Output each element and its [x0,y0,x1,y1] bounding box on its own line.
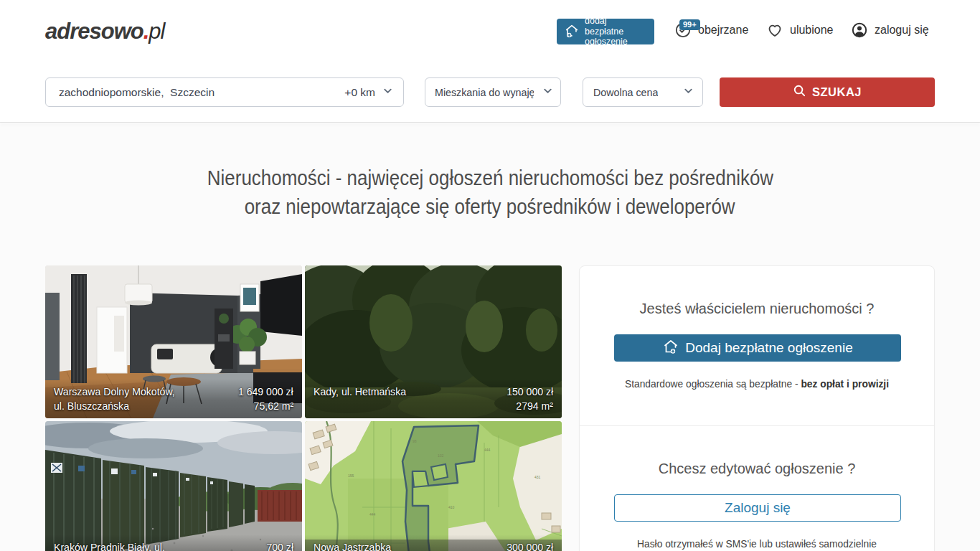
magnifier-icon [793,84,806,100]
listing-street: ul. Bluszczańska [54,399,129,413]
svg-text:102: 102 [438,453,444,458]
listing-photo-map: 444431 444155 102410 20398 [305,421,562,551]
listing-area: 2794 m² [516,399,553,413]
add-listing-label: dodaj bezpłatne ogłoszenie [585,16,647,47]
header: adresowo.pl dodaj bezpłatne ogłoszenie 9… [0,0,980,122]
listing-caption: Warszawa Dolny Mokotów, 1 649 000 zł ul.… [45,379,302,418]
edit-heading: Chcesz edytować ogłoszenie ? [614,461,900,477]
house-plus-icon [662,338,679,359]
house-plus-icon [564,23,580,41]
listing-location: Warszawa Dolny Mokotów, [54,385,175,399]
location-input[interactable]: zachodniopomorskie, Szczecin +0 km [45,77,404,107]
listing-caption: Kraków Prądnik Biały, ul. 700 zł [45,534,302,551]
listing-location: Nowa Jastrząbka [314,540,391,551]
logo-tld: pl [149,19,164,44]
listing-price: 300 000 zł [507,540,553,551]
svg-text:98: 98 [413,439,417,443]
sidebar-add-listing-label: Dodaj bezpłatne ogłoszenie [685,340,852,356]
listing-area: 75,62 m² [253,399,293,413]
viewed-label: obejrzane [698,24,748,37]
category-value: Mieszkania do wynajęc [435,86,534,99]
logo-brand: adresowo [45,19,143,44]
listing-caption: Nowa Jastrząbka 300 000 zł [305,534,562,551]
listing-caption: Kady, ul. Hetmańska 150 000 zł 2794 m² [305,379,562,418]
owner-panel: Jesteś właścicielem nieruchomości ? Doda… [579,265,935,551]
edit-note: Hasło otrzymałeś w SMS'ie lub ustawiłeś … [614,539,900,551]
chevron-down-icon [542,85,553,99]
header-divider [0,122,980,123]
sidebar-add-listing-button[interactable]: Dodaj bezpłatne ogłoszenie [614,334,901,362]
user-circle-icon [851,22,868,39]
listing-price: 700 zł [266,540,293,551]
listing-card[interactable]: Warszawa Dolny Mokotów, 1 649 000 zł ul.… [45,265,302,418]
radius-dropdown[interactable]: +0 km [344,85,393,99]
location-value: zachodniopomorskie, Szczecin [59,86,344,99]
svg-text:155: 155 [348,474,354,478]
listing-price: 150 000 zł [507,385,553,399]
svg-text:444: 444 [369,512,376,517]
page-title: Nieruchomości - najwięcej ogłoszeń nieru… [0,164,980,221]
radius-value: +0 km [344,86,375,99]
favorites-label: ulubione [790,24,834,37]
viewed-count-badge[interactable]: 99+ [679,19,700,30]
page: adresowo.pl dodaj bezpłatne ogłoszenie 9… [0,0,980,551]
sidebar-login-label: Zaloguj się [725,500,791,516]
chevron-down-icon [683,85,694,99]
login-label: zaloguj się [875,24,929,37]
search-submit-button[interactable]: SZUKAJ [720,77,935,107]
listing-card[interactable]: Kady, ul. Hetmańska 150 000 zł 2794 m² [305,265,562,418]
listing-price: 1 649 000 zł [238,385,293,399]
owner-note: Standardowe ogłoszenia są bezpłatne - be… [614,379,900,425]
listing-location: Kraków Prądnik Biały, ul. [54,540,165,551]
search-bar: zachodniopomorskie, Szczecin +0 km Miesz… [0,77,980,107]
edit-section: Chcesz edytować ogłoszenie ? Zaloguj się… [580,426,934,551]
search-submit-label: SZUKAJ [812,85,862,99]
owner-heading: Jesteś właścicielem nieruchomości ? [614,301,900,317]
sidebar-login-button[interactable]: Zaloguj się [614,494,901,522]
svg-text:444: 444 [484,448,491,452]
listing-location: Kady, ul. Hetmańska [314,385,406,399]
listing-photo-containers [45,421,302,551]
price-value: Dowolna cena [593,86,658,99]
logo[interactable]: adresowo.pl [45,19,164,44]
svg-text:431: 431 [534,475,541,479]
owner-section: Jesteś właścicielem nieruchomości ? Doda… [580,266,934,425]
svg-text:410: 410 [448,505,455,509]
listing-card[interactable]: 444431 444155 102410 20398 Nowa Jastrząb… [305,421,562,551]
heart-icon [766,22,783,39]
category-select[interactable]: Mieszkania do wynajęc [425,77,561,107]
add-listing-button[interactable]: dodaj bezpłatne ogłoszenie [557,19,654,44]
listing-card[interactable]: Kraków Prądnik Biały, ul. 700 zł [45,421,302,551]
login-link[interactable]: zaloguj się [851,22,929,39]
favorites-link[interactable]: ulubione [766,22,834,39]
price-select[interactable]: Dowolna cena [583,77,703,107]
chevron-down-icon [382,85,393,99]
